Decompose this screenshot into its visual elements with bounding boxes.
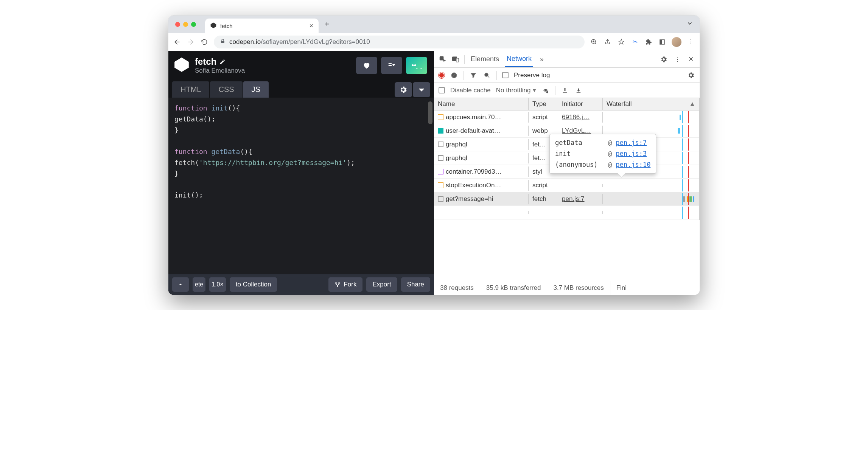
- tab-list-button[interactable]: [687, 20, 693, 28]
- pen-title: fetch: [195, 56, 216, 67]
- devtools-settings-icon[interactable]: [660, 55, 668, 64]
- preserve-log-label: Preserve log: [514, 72, 550, 79]
- toolbar: codepen.io/sofiayem/pen/LYdGvLg?editors=…: [168, 33, 700, 51]
- stack-frame-link[interactable]: pen.js:3: [616, 148, 647, 159]
- pen-author: Sofia Emelianova: [195, 67, 245, 75]
- codepen-favicon-icon: [210, 22, 216, 30]
- inspect-element-icon[interactable]: [439, 55, 447, 64]
- svg-point-26: [547, 91, 548, 93]
- close-tab-button[interactable]: ×: [309, 22, 313, 30]
- zoom-level[interactable]: 1.0×: [209, 277, 226, 292]
- table-header: Name Type Initiator Waterfall▲: [434, 98, 700, 110]
- record-button[interactable]: [439, 72, 445, 78]
- reload-button[interactable]: [200, 38, 208, 46]
- svg-point-24: [485, 73, 488, 76]
- editor-collapse-button[interactable]: [413, 82, 430, 97]
- forward-button[interactable]: [187, 38, 195, 46]
- elements-tab[interactable]: Elements: [469, 52, 501, 66]
- add-to-collection-button[interactable]: to Collection: [230, 277, 277, 292]
- scissors-icon[interactable]: ✂: [631, 38, 639, 46]
- header-waterfall[interactable]: Waterfall▲: [603, 98, 700, 110]
- table-row[interactable]: appcues.main.70…script69186.j…: [434, 110, 700, 124]
- export-har-icon[interactable]: [574, 86, 583, 95]
- clear-button[interactable]: [450, 71, 458, 79]
- table-row[interactable]: stopExecutionOn…script: [434, 179, 700, 192]
- browser-window: fetch × + codepen.io/sofiayem/pen/LYdGvL…: [168, 15, 700, 295]
- maximize-window-button[interactable]: [191, 22, 196, 27]
- editor-scrollbar[interactable]: [428, 101, 432, 124]
- codepen-app: fetch Sofia Emelianova ••‿ HTML CSS JS: [168, 51, 434, 295]
- close-window-button[interactable]: [175, 22, 180, 27]
- status-transferred: 35.9 kB transferred: [480, 281, 548, 295]
- codepen-logo-icon: [174, 57, 190, 74]
- stack-frame-fn: (anonymous): [555, 159, 604, 170]
- minimize-window-button[interactable]: [183, 22, 188, 27]
- device-toolbar-icon[interactable]: [451, 55, 460, 64]
- reading-list-icon[interactable]: [658, 38, 666, 46]
- filter-icon[interactable]: [469, 71, 478, 79]
- bookmark-icon[interactable]: [617, 38, 625, 46]
- share-button[interactable]: Share: [401, 277, 430, 292]
- import-har-icon[interactable]: [561, 86, 569, 95]
- request-name: graphql: [446, 154, 467, 162]
- back-button[interactable]: [173, 38, 181, 46]
- svg-point-16: [336, 283, 337, 284]
- menu-button[interactable]: ⋮: [687, 38, 695, 46]
- devtools-close-button[interactable]: ✕: [687, 55, 695, 64]
- tab-html[interactable]: HTML: [172, 81, 209, 98]
- resource-type-icon: [438, 114, 443, 120]
- network-toolbar-2: Disable cache No throttling ▾: [434, 83, 700, 98]
- stack-frame-link[interactable]: pen.js:7: [616, 137, 647, 148]
- edit-title-icon[interactable]: [219, 56, 226, 67]
- svg-rect-21: [456, 58, 459, 62]
- view-switcher-button[interactable]: [381, 57, 402, 74]
- love-button[interactable]: [356, 57, 377, 74]
- url-path: /sofiayem/pen/LYdGvLg?editors=0010: [261, 38, 370, 45]
- tab-strip: fetch × +: [168, 16, 700, 33]
- devtools-menu-button[interactable]: ⋮: [673, 55, 681, 64]
- tab-js[interactable]: JS: [243, 81, 269, 98]
- request-type: script: [529, 112, 558, 123]
- zoom-icon[interactable]: [590, 38, 598, 46]
- network-settings-icon[interactable]: [687, 71, 695, 79]
- tab-css[interactable]: CSS: [210, 81, 242, 98]
- extensions-icon[interactable]: [644, 38, 653, 46]
- toolbar-actions: ✂ ⋮: [590, 37, 695, 47]
- code-editor[interactable]: function init(){ getData();} function ge…: [168, 98, 434, 274]
- throttling-select[interactable]: No throttling ▾: [496, 86, 537, 94]
- new-tab-button[interactable]: +: [322, 19, 332, 30]
- svg-rect-10: [660, 40, 662, 44]
- address-bar[interactable]: codepen.io/sofiayem/pen/LYdGvLg?editors=…: [214, 36, 585, 48]
- search-icon[interactable]: [483, 71, 491, 79]
- preserve-log-checkbox[interactable]: [502, 72, 509, 78]
- header-initiator[interactable]: Initiator: [558, 98, 603, 110]
- window-controls: [171, 22, 196, 27]
- stack-frame-link[interactable]: pen.js:10: [616, 159, 650, 170]
- lock-icon: [220, 38, 226, 46]
- header-name[interactable]: Name: [434, 98, 529, 110]
- stack-frame-fn: getData: [555, 137, 604, 148]
- user-avatar[interactable]: ••‿: [406, 57, 427, 74]
- resource-type-icon: [438, 142, 443, 147]
- network-conditions-icon[interactable]: [541, 86, 550, 95]
- editor-settings-button[interactable]: [395, 82, 412, 97]
- svg-rect-4: [221, 40, 224, 43]
- browser-tab[interactable]: fetch ×: [205, 19, 319, 33]
- status-bar: 38 requests 35.9 kB transferred 3.7 MB r…: [434, 281, 700, 295]
- network-tab[interactable]: Network: [505, 52, 533, 67]
- share-icon[interactable]: [604, 38, 612, 46]
- resource-type-icon: [438, 182, 443, 188]
- profile-avatar[interactable]: [672, 37, 681, 47]
- editor-tabs: HTML CSS JS: [168, 80, 434, 98]
- footer-delete-fragment[interactable]: ete: [193, 277, 205, 292]
- initiator-link[interactable]: pen.js:7: [562, 195, 585, 203]
- header-type[interactable]: Type: [529, 98, 558, 110]
- initiator-link[interactable]: 69186.j…: [562, 114, 590, 121]
- table-row[interactable]: get?message=hifetchpen.js:7: [434, 192, 700, 206]
- disable-cache-checkbox[interactable]: [439, 87, 445, 93]
- console-toggle-button[interactable]: [172, 277, 189, 292]
- export-button[interactable]: Export: [366, 277, 397, 292]
- fork-button[interactable]: Fork: [328, 277, 362, 292]
- more-tabs-button[interactable]: »: [538, 55, 546, 64]
- initiator-link[interactable]: LYdGvL…: [562, 127, 591, 135]
